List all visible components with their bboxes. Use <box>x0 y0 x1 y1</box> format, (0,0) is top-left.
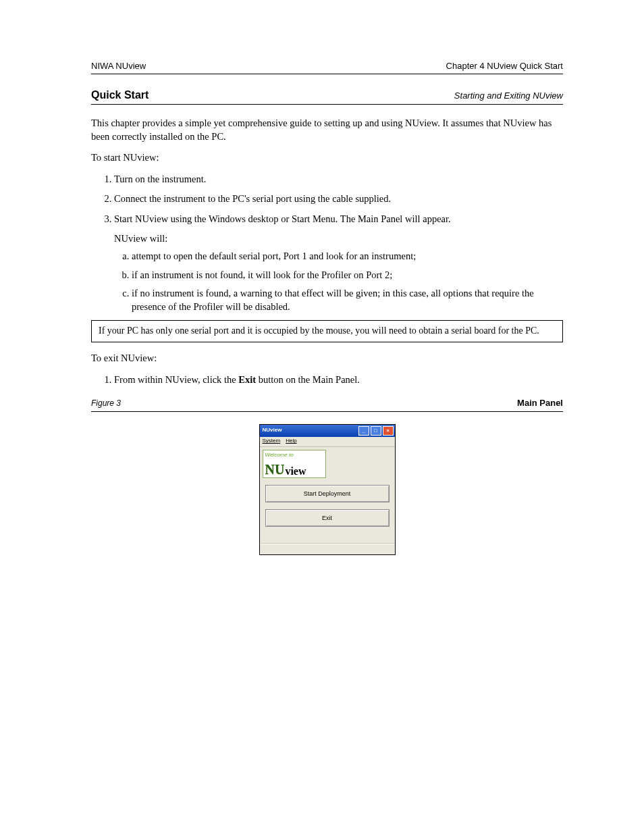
step-3-text: Start NUview using the Windows desktop o… <box>114 213 451 224</box>
welcome-text: Welcome to <box>265 452 323 459</box>
step-2: Connect the instrument to the PC's seria… <box>114 192 563 206</box>
step-3: Start NUview using the Windows desktop o… <box>114 213 563 313</box>
substep-b: if an instrument is not found, it will l… <box>132 269 563 282</box>
exit-button[interactable]: Exit <box>265 509 390 527</box>
substep-c: if no instrument is found, a warning to … <box>132 287 563 313</box>
maximize-icon[interactable]: □ <box>371 426 381 436</box>
figure-label: Figure 3 <box>91 398 121 409</box>
logo-nu-icon: NU <box>265 461 285 479</box>
start-deployment-button[interactable]: Start Deployment <box>265 485 390 502</box>
intro-paragraph: This chapter provides a simple yet compr… <box>91 117 563 143</box>
welcome-logo: Welcome to NUview <box>263 450 326 478</box>
status-bar <box>260 543 395 554</box>
step-1: Turn on the instrument. <box>114 173 563 186</box>
exit-step-pre: From within NUview, click the <box>114 374 238 385</box>
doc-product: NIWA NUview <box>91 61 146 71</box>
sublist-intro: NUview will: <box>114 232 563 246</box>
menu-system[interactable]: System <box>263 438 281 445</box>
minimize-icon[interactable]: _ <box>358 426 369 436</box>
app-window: NUview _ □ × System Help Welcome to <box>259 424 396 555</box>
section-rule <box>91 104 563 105</box>
window-titlebar[interactable]: NUview _ □ × <box>260 425 395 437</box>
substep-a: attempt to open the default serial port,… <box>132 250 563 263</box>
section-subtitle: Starting and Exiting NUview <box>454 90 563 101</box>
exit-step-btn: Exit <box>238 374 256 385</box>
header-rule <box>91 74 563 74</box>
window-title: NUview <box>263 427 282 434</box>
exit-step-post: button on the Main Panel. <box>256 374 360 385</box>
menu-bar: System Help <box>260 437 395 447</box>
figure-name: Main Panel <box>517 397 563 409</box>
close-icon[interactable]: × <box>383 426 394 436</box>
logo-view-text: view <box>285 464 306 479</box>
section-title: Quick Start <box>91 89 149 101</box>
doc-chapter: Chapter 4 NUview Quick Start <box>446 61 563 71</box>
note-box: If your PC has only one serial port and … <box>91 320 563 342</box>
to-start-label: To start NUview: <box>91 151 563 165</box>
to-exit-label: To exit NUview: <box>91 352 563 365</box>
exit-step: From within NUview, click the Exit butto… <box>114 373 563 387</box>
menu-help[interactable]: Help <box>286 438 296 445</box>
